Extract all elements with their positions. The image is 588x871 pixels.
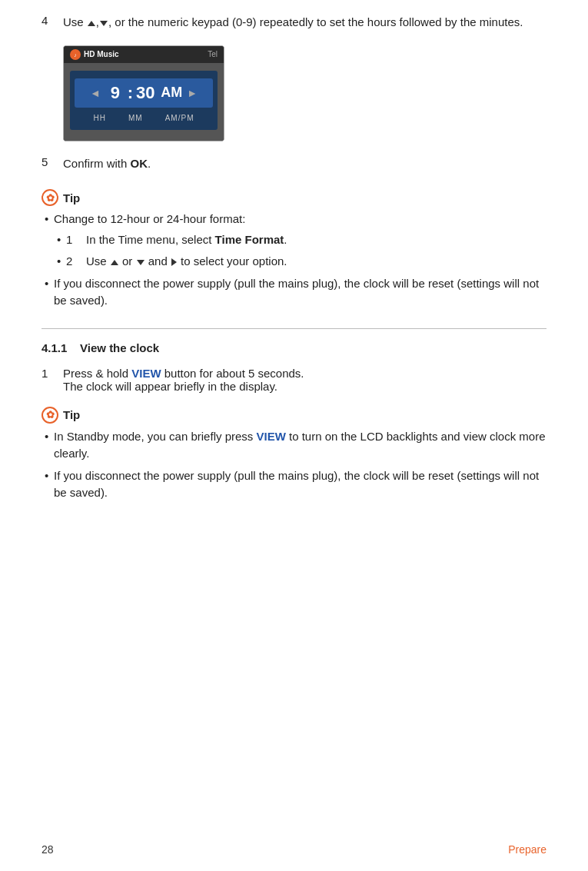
tip-1-bullets: Change to 12-hour or 24-hour format: 1 I… [42,211,546,310]
device-brand-icon: ♪ [70,49,81,60]
tip-2-bullets: In Standby mode, you can briefly press V… [42,428,546,502]
sub-step-arrow-down-icon [137,260,145,265]
step-4-number: 4 [42,14,63,27]
tip-1-section: ✿ Tip Change to 12-hour or 24-hour forma… [42,189,546,310]
tip-1-bullet-1: Change to 12-hour or 24-hour format: 1 I… [42,211,546,271]
device-top-bar: ♪ HD Music Tel [64,46,224,63]
tip-1-bullet-1-text: Change to 12-hour or 24-hour format: [54,212,245,225]
device-label-hh: HH [94,114,106,122]
tip-1-label: Tip [63,191,80,204]
tip-1-sub-step-2-text: Use or and to select your option. [86,253,287,271]
prepare-label: Prepare [508,843,546,856]
sub-step-arrow-up-icon [111,260,118,265]
step-5-text-before: Confirm with [63,157,131,170]
device-signal-text: Tel [208,50,218,58]
svg-text:♪: ♪ [74,52,77,58]
device-time-value: 9 : 30 AM [105,83,182,103]
tip-1-sub-step-1-num: 1 [66,231,80,249]
page-footer: 28 Prepare [42,843,546,856]
tip-1-sub-step-2-num: 2 [66,253,80,271]
step-4-text-after: , or the numeric keypad (0-9) repeatedly… [108,15,523,28]
tip-1-sub-step-1: 1 In the Time menu, select Time Format. [54,231,546,249]
device-ampm: AM [161,85,182,101]
device-left-arrow-icon: ◄ [85,87,105,99]
arrow-down-icon [100,21,108,26]
device-brand-text: HD Music [84,50,119,58]
device-minute: 30 [135,83,155,103]
page-number: 28 [42,843,54,856]
step-5-ok: OK [131,157,148,170]
step-411-1-text2: button for about 5 seconds. [161,367,304,380]
device-right-arrow-icon: ► [182,87,202,99]
tip-2-view-word: VIEW [256,430,285,443]
tip-1-header: ✿ Tip [42,189,546,206]
step-411-1-content: Press & hold VIEW button for about 5 sec… [63,367,304,393]
section-411-heading: 4.1.1 View the clock [42,341,546,354]
sub-step-arrow-right-icon [171,258,177,266]
section-divider [42,328,546,329]
step-4-text-before: Use [63,15,87,28]
tip-2-label: Tip [63,408,80,421]
tip-2-bullet-2: If you disconnect the power supply (pull… [42,467,546,502]
step-5-period: . [148,157,151,170]
device-colon: : [128,83,133,103]
device-hour: 9 [105,83,125,103]
device-label-ampm: AM/PM [165,114,194,122]
step-4-text: Use ,, or the numeric keypad (0-9) repea… [63,14,523,32]
tip-2-bullet-2-text: If you disconnect the power supply (pull… [54,469,539,500]
device-screenshot: ♪ HD Music Tel ◄ 9 : 30 AM ► [63,45,224,141]
tip-1-icon: ✿ [42,189,58,206]
tip-2-bullet-1-text-before: In Standby mode, you can briefly press [54,430,256,443]
step-411-1-sub-text: The clock will appear briefly in the dis… [63,380,277,393]
device-body: ◄ 9 : 30 AM ► HH MM AM/PM [64,63,224,141]
step-5-row: 5 Confirm with OK. [42,155,546,173]
tip-1-sub-steps: 1 In the Time menu, select Time Format. … [54,231,546,271]
device-brand: ♪ HD Music [70,49,119,60]
tip-1-sub-step-1-text: In the Time menu, select Time Format. [86,231,287,249]
arrow-up-icon [88,21,95,26]
tip-2-icon: ✿ [42,407,58,424]
device-time-display: ◄ 9 : 30 AM ► [75,78,213,108]
step-5-text: Confirm with OK. [63,155,151,173]
step-411-1-number: 1 [42,367,63,380]
section-411-number: 4.1.1 [42,341,67,354]
tip-2-section: ✿ Tip In Standby mode, you can briefly p… [42,407,546,502]
device-label-mm: MM [128,114,143,122]
step-411-1-row: 1 Press & hold VIEW button for about 5 s… [42,367,546,393]
tip-1-bullet-2-text: If you disconnect the power supply (pull… [54,277,539,308]
step-5-number: 5 [42,155,63,168]
tip-2-bullet-1: In Standby mode, you can briefly press V… [42,428,546,463]
tip-1-sub-step-2: 2 Use or and to select your option. [54,253,546,271]
step-411-1-text-before: Press & hold [63,367,131,380]
step-4-row: 4 Use ,, or the numeric keypad (0-9) rep… [42,14,546,32]
tip-1-bullet-2: If you disconnect the power supply (pull… [42,275,546,310]
device-screen: ◄ 9 : 30 AM ► HH MM AM/PM [70,71,218,130]
page-content: 4 Use ,, or the numeric keypad (0-9) rep… [0,0,588,563]
section-411-title: View the clock [80,341,159,354]
device-labels: HH MM AM/PM [75,114,213,122]
step-411-1-view-word: VIEW [131,367,161,380]
tip-2-header: ✿ Tip [42,407,546,424]
